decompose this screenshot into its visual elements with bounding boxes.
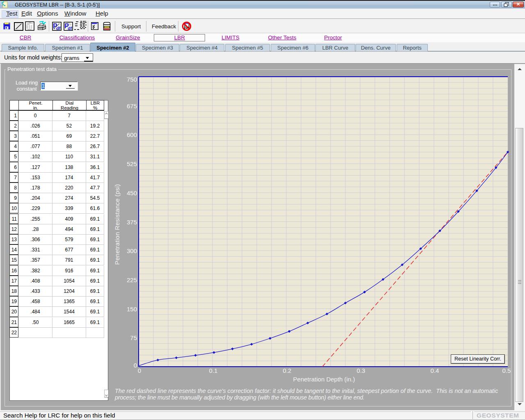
svg-text:df: df — [56, 26, 61, 31]
svg-text:df: df — [68, 26, 72, 31]
